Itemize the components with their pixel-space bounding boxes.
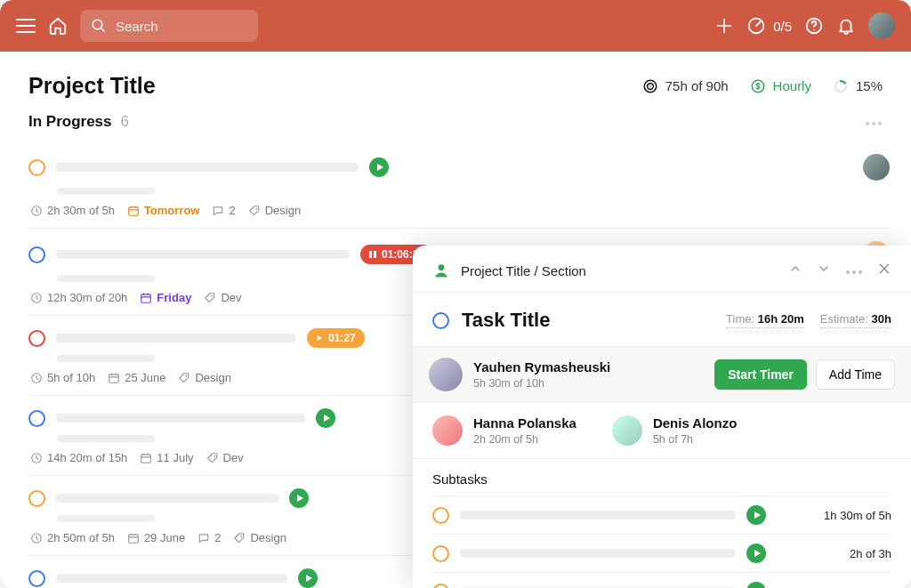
play-button[interactable] — [298, 568, 318, 588]
subtask-status-circle[interactable] — [432, 584, 449, 589]
task-tag[interactable]: Design — [178, 371, 230, 384]
estimate-stat[interactable]: Estimate: 30h — [820, 312, 891, 328]
task-assignee-avatar[interactable] — [863, 154, 890, 181]
play-button[interactable] — [746, 505, 766, 525]
subtask-status-circle[interactable] — [432, 507, 449, 524]
rate-text: Hourly — [773, 78, 811, 93]
task-title-placeholder — [56, 250, 350, 259]
progress-ring-icon — [833, 78, 849, 94]
task-comments[interactable]: 2 — [198, 531, 221, 544]
svg-point-34 — [852, 270, 856, 274]
play-timer-pill[interactable]: 01:27 — [307, 328, 365, 348]
subtask-title-placeholder — [460, 511, 736, 520]
assignee-avatar[interactable] — [429, 358, 463, 391]
task-title-placeholder — [56, 334, 296, 342]
task-date[interactable]: 25 June — [108, 371, 165, 384]
other-assignee[interactable]: Denis Alonzo5h of 7h — [612, 415, 737, 446]
other-assignee[interactable]: Hanna Polanska2h 20m of 5h — [432, 415, 576, 446]
task-comments[interactable]: 2 — [212, 204, 235, 217]
dollar-circle-icon — [750, 78, 766, 94]
task-time: 2h 30m of 5h — [30, 204, 115, 217]
assignee-name: Denis Alonzo — [653, 415, 737, 431]
menu-icon[interactable] — [16, 16, 36, 36]
add-time-button[interactable]: Add Time — [816, 359, 895, 390]
svg-point-3 — [813, 29, 815, 31]
chevron-down-icon[interactable] — [817, 262, 831, 279]
task-tag[interactable]: Design — [233, 531, 286, 544]
bell-icon[interactable] — [836, 16, 856, 36]
svg-point-6 — [649, 85, 651, 87]
task-time: 12h 30m of 20h — [30, 291, 127, 304]
assignee-time: 5h 30m of 10h — [473, 377, 610, 390]
task-tag[interactable]: Dev — [206, 451, 244, 464]
play-button[interactable] — [369, 157, 389, 177]
task-date[interactable]: 29 June — [127, 531, 185, 544]
svg-point-9 — [866, 122, 869, 125]
svg-rect-15 — [369, 251, 372, 258]
subtask-status-circle[interactable] — [432, 545, 449, 562]
progress-indicator: 15% — [833, 78, 883, 94]
search-box[interactable] — [80, 10, 258, 42]
svg-rect-21 — [109, 374, 119, 382]
rate-indicator: Hourly — [750, 78, 811, 94]
subtask-row[interactable]: 1h 30m of 5h — [432, 495, 891, 534]
task-status-circle[interactable] — [28, 246, 45, 263]
assignee-time: 5h of 7h — [653, 433, 737, 446]
task-time: 2h 50m of 5h — [30, 531, 115, 544]
task-tag[interactable]: Dev — [204, 291, 241, 304]
task-title-placeholder — [56, 414, 305, 423]
play-button[interactable] — [289, 488, 309, 508]
task-title-placeholder — [56, 163, 359, 172]
subtasks-heading: Subtasks — [413, 459, 911, 495]
svg-point-32 — [439, 264, 445, 270]
svg-point-33 — [846, 270, 850, 274]
svg-rect-27 — [129, 534, 139, 542]
close-icon[interactable] — [877, 262, 891, 279]
more-dots-icon[interactable] — [865, 114, 883, 130]
task-desc-placeholder — [57, 355, 155, 362]
task-status-circle[interactable] — [28, 570, 45, 587]
task-status-circle[interactable] — [432, 312, 449, 329]
task-row[interactable]: 2h 30m of 5hTomorrow2Design — [28, 141, 890, 228]
home-icon[interactable] — [48, 16, 68, 36]
play-button[interactable] — [746, 582, 766, 588]
start-timer-button[interactable]: Start Timer — [714, 359, 807, 390]
time-stat[interactable]: Time: 16h 20m — [726, 312, 804, 328]
speed-icon[interactable] — [746, 16, 766, 36]
add-icon[interactable] — [714, 16, 734, 36]
svg-point-22 — [186, 375, 188, 376]
svg-point-11 — [878, 122, 882, 125]
play-button[interactable] — [746, 544, 766, 563]
play-button[interactable] — [316, 408, 335, 428]
task-status-circle[interactable] — [28, 159, 45, 176]
breadcrumb[interactable]: Project Title / Section — [461, 263, 586, 278]
assignee-avatar[interactable] — [612, 415, 642, 446]
detail-more-icon[interactable] — [845, 262, 863, 278]
subtask-time: 1h 30m of 5h — [824, 509, 891, 522]
svg-point-10 — [872, 122, 875, 125]
task-detail-title: Task Title — [462, 309, 550, 332]
task-date[interactable]: Friday — [140, 291, 191, 304]
help-icon[interactable] — [804, 16, 824, 36]
task-title-placeholder — [56, 494, 278, 503]
budget-indicator: 75h of 90h — [642, 78, 729, 94]
svg-rect-13 — [129, 206, 139, 214]
user-avatar[interactable] — [868, 12, 895, 39]
task-date[interactable]: 11 July — [140, 451, 193, 464]
task-date[interactable]: Tomorrow — [127, 204, 200, 217]
task-status-circle[interactable] — [28, 490, 45, 507]
task-detail-panel: Project Title / Section Task Title Time:… — [413, 246, 911, 588]
svg-point-28 — [241, 535, 243, 536]
subtask-row[interactable]: 2h of 3h — [432, 534, 891, 572]
budget-text: 75h of 90h — [665, 78, 729, 93]
assignee-avatar[interactable] — [432, 415, 463, 446]
status-label: In Progress — [28, 113, 112, 131]
task-tag[interactable]: Design — [248, 204, 301, 217]
task-desc-placeholder — [57, 275, 155, 282]
task-status-circle[interactable] — [28, 330, 45, 347]
search-input[interactable] — [116, 19, 240, 34]
chevron-up-icon[interactable] — [788, 262, 802, 279]
subtask-row[interactable] — [432, 572, 891, 588]
task-status-circle[interactable] — [28, 410, 45, 427]
svg-point-25 — [214, 455, 215, 456]
